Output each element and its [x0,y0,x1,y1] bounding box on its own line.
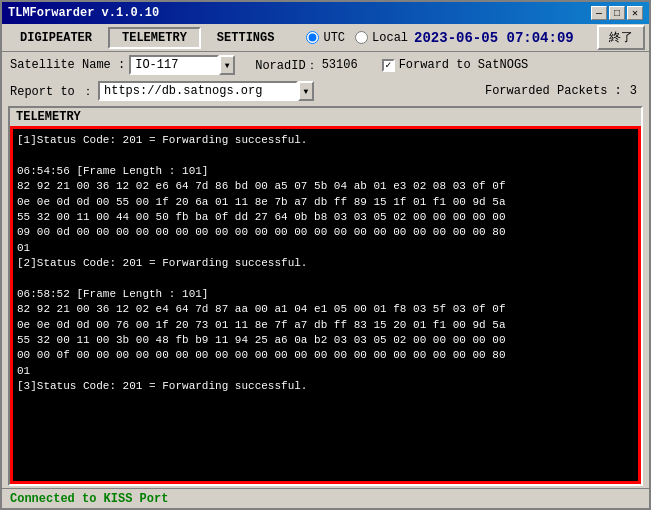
telemetry-content[interactable]: [1]Status Code: 201 = Forwarding success… [10,126,641,484]
forwarded-section: Forwarded Packets : 3 [485,84,641,98]
forward-label: Forward to SatNOGS [399,58,529,72]
utc-label: UTC [323,31,345,45]
report-input[interactable] [98,81,298,101]
window-title: TLMForwarder v.1.0.10 [8,6,159,20]
minimize-button[interactable]: — [591,6,607,20]
forward-checkbox[interactable]: ✓ [382,59,395,72]
report-label: Report to ： [10,83,94,100]
forwarded-value: 3 [630,84,637,98]
norad-label: NoradID： [255,57,317,74]
status-text: Connected to KISS Port [10,492,168,506]
terminate-button[interactable]: 終了 [597,25,645,50]
report-row: Report to ： ▼ Forwarded Packets : 3 [2,78,649,104]
telemetry-title: TELEMETRY [10,108,641,126]
telemetry-section: TELEMETRY [1]Status Code: 201 = Forwardi… [8,106,643,486]
utc-radio-group: UTC Local [306,31,408,45]
main-window: TLMForwarder v.1.0.10 — □ ✕ DIGIPEATER T… [0,0,651,510]
satellite-row: Satellite Name : ▼ NoradID： 53106 ✓ Forw… [2,52,649,78]
datetime-display: 2023-06-05 07:04:09 [414,30,574,46]
forwarded-label: Forwarded Packets : [485,84,622,98]
menu-settings[interactable]: SETTINGS [203,27,289,49]
close-button[interactable]: ✕ [627,6,643,20]
menu-digipeater[interactable]: DIGIPEATER [6,27,106,49]
local-label: Local [372,31,408,45]
satellite-dropdown-arrow[interactable]: ▼ [219,55,235,75]
report-combo: ▼ [98,81,314,101]
window-controls: — □ ✕ [591,6,643,20]
satellite-combo: ▼ [129,55,235,75]
report-dropdown-arrow[interactable]: ▼ [298,81,314,101]
satellite-label: Satellite Name : [10,58,125,72]
menu-telemetry[interactable]: TELEMETRY [108,27,201,49]
maximize-button[interactable]: □ [609,6,625,20]
status-bar: Connected to KISS Port [2,488,649,508]
menu-bar: DIGIPEATER TELEMETRY SETTINGS UTC Local … [2,24,649,52]
local-radio[interactable] [355,31,368,44]
utc-radio[interactable] [306,31,319,44]
title-bar: TLMForwarder v.1.0.10 — □ ✕ [2,2,649,24]
satellite-input[interactable] [129,55,219,75]
forward-checkbox-group: ✓ Forward to SatNOGS [382,58,529,72]
norad-value: 53106 [322,58,358,72]
